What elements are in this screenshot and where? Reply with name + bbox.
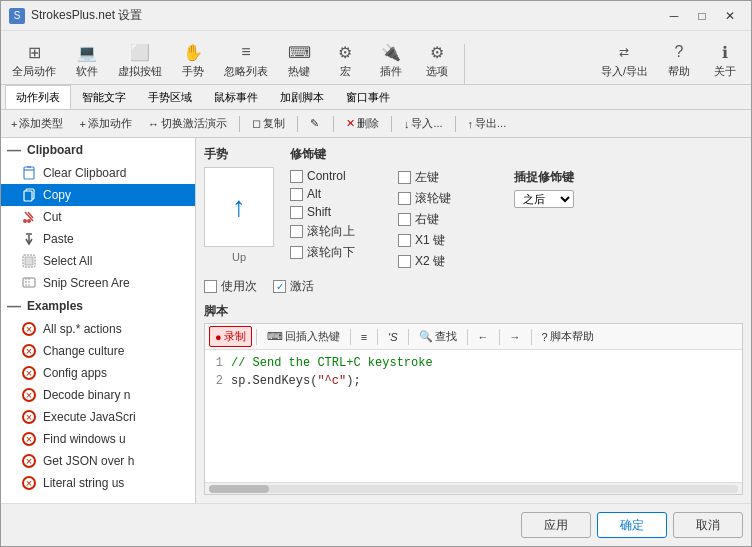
toolbar-hotkey-label: 热键 — [288, 64, 310, 79]
script-content[interactable]: 1 // Send the CTRL+C keystroke 2 sp.Send… — [205, 350, 742, 482]
ok-button[interactable]: 确定 — [597, 512, 667, 538]
left-key-checkbox[interactable] — [398, 171, 411, 184]
record-button[interactable]: ● 录制 — [209, 326, 252, 347]
right-panel: 手势 ↑ Up 修饰键 Control — [196, 138, 751, 503]
about-icon: ℹ — [713, 40, 737, 64]
change-culture-label: Change culture — [43, 344, 124, 358]
add-type-icon: + — [11, 118, 17, 130]
capture-select[interactable]: 之后 之前 期间 — [514, 190, 574, 208]
script-sep3 — [377, 329, 378, 345]
scroll-down-checkbox[interactable] — [290, 246, 303, 259]
toolbar-hotkey[interactable]: ⌨ 热键 — [277, 35, 321, 84]
search-button[interactable]: 🔍 查找 — [413, 326, 463, 347]
forward-button[interactable]: → — [504, 328, 527, 346]
script-help-button[interactable]: ? 脚本帮助 — [536, 326, 600, 347]
script-btn3[interactable]: ≡ — [355, 328, 373, 346]
line-number-2: 2 — [209, 372, 223, 390]
clipboard-section-header[interactable]: — Clipboard — [1, 138, 195, 162]
tab-bar: 动作列表 智能文字 手势区域 鼠标事件 加剧脚本 窗口事件 — [1, 85, 751, 110]
script-horizontal-scrollbar[interactable] — [205, 482, 742, 494]
add-type-button[interactable]: + 添加类型 — [5, 113, 69, 134]
tab-action-list[interactable]: 动作列表 — [5, 85, 71, 109]
insert-hotkey-button[interactable]: ⌨ 回插入热键 — [261, 326, 346, 347]
import-button[interactable]: ↓ 导入... — [398, 113, 449, 134]
code-comment-1: // Send the CTRL+C keystroke — [231, 354, 433, 372]
svg-point-8 — [27, 219, 31, 223]
modifier-scroll-down: 滚轮向下 — [290, 244, 390, 261]
toolbar-global-action[interactable]: ⊞ 全局动作 — [5, 35, 63, 84]
use-secondary-checkbox[interactable] — [204, 280, 217, 293]
rename-button[interactable]: ✎ — [304, 114, 327, 133]
toolbar-omit-list[interactable]: ≡ 忽略列表 — [217, 35, 275, 84]
tab-add-script[interactable]: 加剧脚本 — [269, 85, 335, 109]
list-item-get-json[interactable]: Get JSON over h — [1, 450, 195, 472]
copy-icon — [21, 187, 37, 203]
copy-button-sub[interactable]: ◻ 复制 — [246, 113, 291, 134]
control-checkbox[interactable] — [290, 170, 303, 183]
import-export-icon: ⇄ — [612, 40, 636, 64]
gesture-icon: ✋ — [181, 40, 205, 64]
list-item-copy[interactable]: Copy — [1, 184, 195, 206]
main-toolbar: ⊞ 全局动作 💻 软件 ⬜ 虚拟按钮 ✋ 手势 ≡ 忽略列表 ⌨ 热键 ⚙ 宏 … — [1, 31, 751, 85]
back-button[interactable]: ← — [472, 328, 495, 346]
tab-gesture-zone[interactable]: 手势区域 — [137, 85, 203, 109]
list-item-find-windows[interactable]: Find windows u — [1, 428, 195, 450]
right-key-checkbox[interactable] — [398, 213, 411, 226]
list-item-cut[interactable]: Cut — [1, 206, 195, 228]
modifier-scroll-btn: 滚轮键 — [398, 190, 498, 207]
toolbar-option[interactable]: ⚙ 选项 — [415, 35, 459, 84]
script-btn4[interactable]: 'S — [382, 328, 403, 346]
x2-key-checkbox[interactable] — [398, 255, 411, 268]
maximize-button[interactable]: □ — [689, 6, 715, 26]
paste-icon — [21, 231, 37, 247]
clear-clipboard-label: Clear Clipboard — [43, 166, 126, 180]
virtual-btn-icon: ⬜ — [128, 40, 152, 64]
sub-toolbar-sep4 — [391, 116, 392, 132]
minimize-button[interactable]: ─ — [661, 6, 687, 26]
toolbar-software[interactable]: 💻 软件 — [65, 35, 109, 84]
tab-smart-text[interactable]: 智能文字 — [71, 85, 137, 109]
back-icon: ← — [478, 331, 489, 343]
list-item-literal-string[interactable]: Literal string us — [1, 472, 195, 494]
toolbar-about[interactable]: ℹ 关于 — [703, 35, 747, 84]
omit-list-icon: ≡ — [234, 40, 258, 64]
list-item-snip-screen[interactable]: Snip Screen Are — [1, 272, 195, 294]
tab-window-event[interactable]: 窗口事件 — [335, 85, 401, 109]
toggle-button[interactable]: ↔ 切换激活演示 — [142, 113, 233, 134]
toolbar-macro[interactable]: ⚙ 宏 — [323, 35, 367, 84]
delete-button[interactable]: ✕ 删除 — [340, 113, 385, 134]
toolbar-import-export[interactable]: ⇄ 导入/导出 — [594, 35, 655, 84]
list-item-clear-clipboard[interactable]: Clear Clipboard — [1, 162, 195, 184]
scroll-btn-checkbox[interactable] — [398, 192, 411, 205]
list-item-decode-binary[interactable]: Decode binary n — [1, 384, 195, 406]
modifier-scroll-up: 滚轮向上 — [290, 223, 390, 240]
alt-checkbox[interactable] — [290, 188, 303, 201]
decode-binary-label: Decode binary n — [43, 388, 130, 402]
scroll-up-checkbox[interactable] — [290, 225, 303, 238]
search-icon: 🔍 — [419, 330, 433, 343]
tab-mouse-event[interactable]: 鼠标事件 — [203, 85, 269, 109]
list-item-paste[interactable]: Paste — [1, 228, 195, 250]
shift-checkbox[interactable] — [290, 206, 303, 219]
toolbar-help[interactable]: ? 帮助 — [657, 35, 701, 84]
x1-key-checkbox[interactable] — [398, 234, 411, 247]
close-button[interactable]: ✕ — [717, 6, 743, 26]
list-item-change-culture[interactable]: Change culture — [1, 340, 195, 362]
toolbar-virtual-btn[interactable]: ⬜ 虚拟按钮 — [111, 35, 169, 84]
titlebar: S StrokesPlus.net 设置 ─ □ ✕ — [1, 1, 751, 31]
examples-section-header[interactable]: — Examples — [1, 294, 195, 318]
apply-button[interactable]: 应用 — [521, 512, 591, 538]
list-item-all-sp[interactable]: All sp.* actions — [1, 318, 195, 340]
toolbar-gesture[interactable]: ✋ 手势 — [171, 35, 215, 84]
list-item-select-all[interactable]: Select All — [1, 250, 195, 272]
cancel-button[interactable]: 取消 — [673, 512, 743, 538]
list-item-execute-js[interactable]: Execute JavaScri — [1, 406, 195, 428]
export-button[interactable]: ↑ 导出... — [462, 113, 513, 134]
activate-checkbox[interactable] — [273, 280, 286, 293]
list-item-config-apps[interactable]: Config apps — [1, 362, 195, 384]
add-action-button[interactable]: + 添加动作 — [73, 113, 137, 134]
modifier-control: Control — [290, 169, 390, 183]
toolbar-plugin[interactable]: 🔌 插件 — [369, 35, 413, 84]
plugin-icon: 🔌 — [379, 40, 403, 64]
all-sp-icon — [21, 321, 37, 337]
